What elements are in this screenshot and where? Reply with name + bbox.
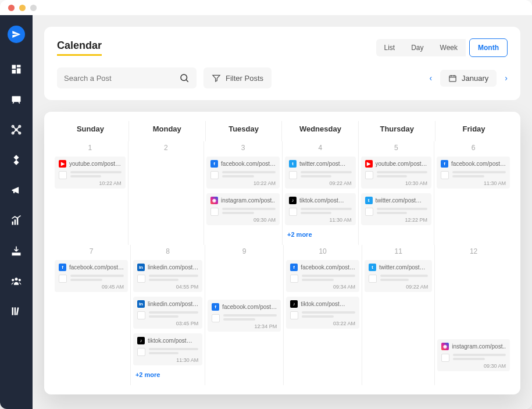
svg-point-14 <box>15 278 18 280</box>
post-card[interactable]: in linkedin.com/post… 03:45 PM <box>133 297 202 329</box>
post-thumbnail <box>441 171 449 179</box>
post-time: 10:22 AM <box>210 180 276 186</box>
facebook-icon: f <box>441 160 448 168</box>
minimize-window-icon[interactable] <box>19 5 26 11</box>
twitter-icon: t <box>365 197 373 204</box>
download-icon[interactable] <box>10 244 23 257</box>
svg-rect-1 <box>17 65 21 67</box>
megaphone-icon[interactable] <box>10 184 23 197</box>
post-card[interactable]: ♪ tiktok.com/post… 11:30 AM <box>285 193 356 225</box>
post-time: 03:22 AM <box>290 321 355 326</box>
day-number: 9 <box>208 245 281 260</box>
view-day-button[interactable]: Day <box>403 39 431 56</box>
post-url: tiktok.com/post… <box>301 301 355 307</box>
page-title: Calendar <box>57 40 102 56</box>
calendar-icon <box>448 74 457 83</box>
post-thumbnail <box>137 275 145 283</box>
svg-rect-17 <box>12 307 14 315</box>
post-url: twitter.com/post… <box>379 264 428 271</box>
post-url: facebook.com/post… <box>301 264 355 271</box>
day-number: 1 <box>55 141 126 157</box>
post-url: tiktok.com/post… <box>299 197 352 204</box>
more-posts-link[interactable]: +2 more <box>285 230 356 239</box>
day-header: Thursday <box>361 121 433 141</box>
svg-rect-18 <box>15 307 16 315</box>
close-window-icon[interactable] <box>8 5 15 11</box>
day-number: 8 <box>133 245 202 260</box>
post-card[interactable]: ▶ youtube.com/post… 10:22 AM <box>55 157 126 189</box>
post-url: facebook.com/post… <box>221 161 276 167</box>
post-url: facebook.com/post… <box>222 304 277 310</box>
linkedin-icon: in <box>137 264 145 271</box>
library-icon[interactable] <box>10 305 23 318</box>
svg-point-20 <box>181 74 187 81</box>
maximize-window-icon[interactable] <box>30 5 37 11</box>
post-thumbnail <box>59 171 67 179</box>
svg-rect-11 <box>15 219 16 225</box>
post-card[interactable]: t twitter.com/post… 09:22 AM <box>285 157 356 189</box>
day-number: 5 <box>361 141 432 157</box>
view-list-button[interactable]: List <box>376 39 404 56</box>
analytics-icon[interactable] <box>10 214 23 227</box>
post-card[interactable]: f facebook.com/post… 09:34 AM <box>286 260 359 292</box>
search-box[interactable] <box>57 67 197 88</box>
post-card[interactable]: t twitter.com/post… 09:22 AM <box>365 260 432 292</box>
post-time: 04:55 PM <box>137 284 198 290</box>
search-icon <box>179 73 190 83</box>
post-time: 09:45 AM <box>59 284 124 290</box>
youtube-icon: ▶ <box>365 160 373 168</box>
month-selector[interactable]: January <box>440 70 497 87</box>
post-card[interactable]: f facebook.com/post… 11:30 AM <box>437 157 510 189</box>
post-url: facebook.com/post… <box>451 161 506 167</box>
facebook-icon: f <box>290 264 298 271</box>
view-month-button[interactable]: Month <box>469 38 508 57</box>
tiktok-icon: ♪ <box>137 337 145 344</box>
team-icon[interactable] <box>10 275 23 287</box>
prev-month-button[interactable]: ‹ <box>429 73 432 83</box>
app-logo-icon[interactable] <box>8 26 25 43</box>
search-input[interactable] <box>64 74 179 83</box>
post-card[interactable]: f facebook.com/post… 12:34 PM <box>208 300 281 332</box>
post-card[interactable]: ▶ youtube.com/post… 10:30 AM <box>361 157 432 189</box>
day-header: Friday <box>438 121 510 141</box>
day-number: 11 <box>365 245 432 260</box>
post-time: 09:22 AM <box>289 180 352 186</box>
post-thumbnail <box>137 348 145 356</box>
twitter-icon: t <box>369 264 376 271</box>
day-number: 7 <box>55 245 128 260</box>
filter-button[interactable]: Filter Posts <box>203 67 272 88</box>
post-card[interactable]: ♪ tiktok.com/post… 11:30 AM <box>133 333 202 365</box>
dashboard-icon[interactable] <box>10 63 23 76</box>
view-week-button[interactable]: Week <box>432 39 466 56</box>
post-thumbnail <box>365 171 373 179</box>
day-header: Monday <box>131 121 203 141</box>
post-url: youtube.com/post… <box>376 161 428 167</box>
tiktok-icon: ♪ <box>289 197 297 204</box>
post-thumbnail <box>289 208 297 216</box>
svg-rect-3 <box>12 70 16 74</box>
post-time: 03:45 PM <box>137 321 198 326</box>
post-thumbnail <box>137 311 145 319</box>
svg-rect-10 <box>12 222 14 225</box>
post-card[interactable]: f facebook.com/post… 09:45 AM <box>55 260 128 292</box>
next-month-button[interactable]: › <box>505 73 508 83</box>
more-posts-link[interactable]: +2 more <box>133 370 202 379</box>
svg-point-16 <box>19 279 21 281</box>
post-card[interactable]: ◉ instagram.com/post.. 09:30 AM <box>437 339 510 371</box>
svg-point-15 <box>12 279 14 281</box>
post-card[interactable]: f facebook.com/post… 10:22 AM <box>206 157 280 189</box>
day-header: Tuesday <box>208 121 280 141</box>
window-titlebar <box>0 0 532 15</box>
post-card[interactable]: ◉ instagram.com/post.. 09:30 AM <box>206 193 280 225</box>
post-card[interactable]: ♪ tiktok.com/post… 03:22 AM <box>286 297 359 329</box>
post-card[interactable]: in linkedin.com/post… 04:55 PM <box>133 260 202 292</box>
svg-rect-21 <box>449 76 456 81</box>
facebook-icon: f <box>210 160 218 168</box>
target-icon[interactable] <box>10 154 23 166</box>
post-card[interactable]: t twitter.com/post… 12:22 PM <box>361 193 432 225</box>
posts-icon[interactable] <box>10 93 23 106</box>
instagram-icon: ◉ <box>441 343 449 350</box>
svg-rect-0 <box>12 65 16 69</box>
day-header: Sunday <box>55 121 126 141</box>
network-icon[interactable] <box>10 123 23 136</box>
